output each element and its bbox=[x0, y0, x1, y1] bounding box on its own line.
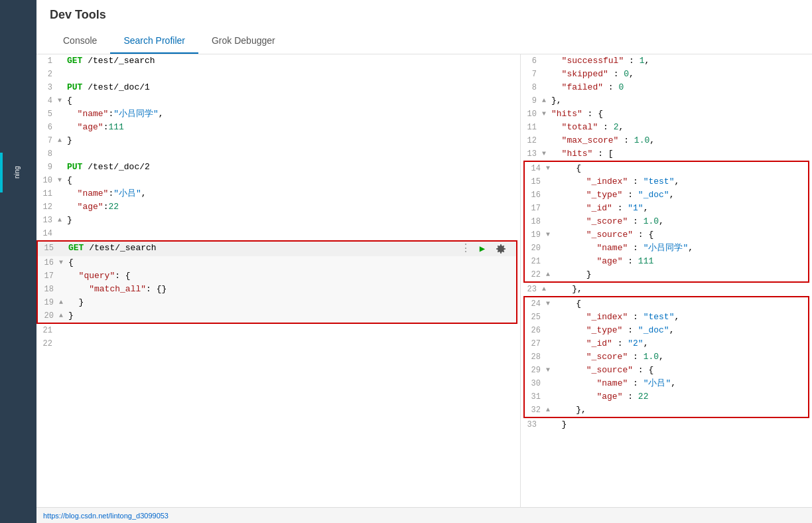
right-line-7: 7 "skipped" : 0, bbox=[521, 68, 812, 81]
right-line-27: 27 "_id" : "2", bbox=[525, 337, 808, 350]
line-num-2: 2 bbox=[39, 68, 58, 81]
right-content-16: "_type" : "_doc", bbox=[555, 188, 805, 202]
right-num-29: 29 bbox=[527, 364, 546, 377]
code-line-4: 4 ▼ { bbox=[36, 94, 520, 108]
line-content-8 bbox=[67, 147, 517, 161]
line-num-13: 13 bbox=[39, 214, 58, 227]
code-line-8: 8 bbox=[36, 147, 520, 161]
code-line-18: 18 "match_all": {} bbox=[38, 283, 516, 296]
right-num-27: 27 bbox=[527, 337, 546, 350]
right-content-13: "hits" : [ bbox=[551, 147, 809, 161]
right-content-10: "hits" : { bbox=[551, 108, 809, 121]
line-num-1: 1 bbox=[39, 54, 58, 68]
dev-tools-header: Dev Tools Console Search Profiler Grok D… bbox=[36, 0, 812, 54]
line-num-7: 7 bbox=[39, 134, 58, 147]
sidebar: ning bbox=[0, 0, 36, 523]
code-line-21: 21 bbox=[36, 324, 520, 337]
line-num-10: 10 bbox=[39, 174, 58, 187]
tab-grok-debugger[interactable]: Grok Debugger bbox=[198, 30, 289, 54]
right-line-16: 16 "_type" : "_doc", bbox=[525, 188, 808, 202]
right-content-7: "skipped" : 0, bbox=[551, 68, 809, 81]
code-line-11: 11 "name":"小吕", bbox=[36, 187, 520, 200]
bottom-bar: https://blog.csdn.net/lintong_d3099053 bbox=[36, 507, 812, 523]
right-content-28: "_score" : 1.0, bbox=[555, 350, 805, 364]
code-line-19: 19 ▲ } bbox=[38, 296, 516, 309]
line-num-4: 4 bbox=[39, 94, 58, 108]
tab-console[interactable]: Console bbox=[50, 30, 110, 54]
right-line-31: 31 "age" : 22 bbox=[525, 390, 808, 404]
right-line-8: 8 "failed" : 0 bbox=[521, 81, 812, 94]
right-arrow-13: ▼ bbox=[542, 147, 551, 161]
right-line-21: 21 "age" : 111 bbox=[525, 255, 808, 268]
right-content-26: "_type" : "_doc", bbox=[555, 324, 805, 337]
line-actions-15: ⋮ ▶ bbox=[460, 242, 513, 256]
right-num-24: 24 bbox=[527, 297, 546, 311]
right-content-27: "_id" : "2", bbox=[555, 337, 805, 350]
right-num-22: 22 bbox=[527, 268, 546, 281]
right-num-32: 32 bbox=[527, 404, 546, 417]
line-content-4: { bbox=[67, 94, 517, 108]
code-line-12: 12 "age":22 bbox=[36, 200, 520, 214]
code-line-1: 1 GET /test/_search bbox=[36, 54, 520, 68]
code-line-22: 22 bbox=[36, 337, 520, 350]
line-content-5: "name":"小吕同学", bbox=[67, 108, 517, 121]
right-arrow-32: ▲ bbox=[546, 404, 555, 417]
right-line-19: 19 ▼ "_source" : { bbox=[525, 228, 808, 242]
right-num-21: 21 bbox=[527, 255, 546, 268]
right-panel[interactable]: 6 "successful" : 1, 7 "skipped" : 0, 8 "… bbox=[521, 54, 812, 511]
right-content-21: "age" : 111 bbox=[555, 255, 805, 268]
right-num-10: 10 bbox=[523, 108, 542, 121]
right-arrow-24: ▼ bbox=[546, 297, 555, 311]
right-num-13: 13 bbox=[523, 147, 542, 161]
editor-area: 1 GET /test/_search 2 3 PUT /test/_doc/1… bbox=[36, 54, 812, 511]
right-line-25: 25 "_index" : "test", bbox=[525, 311, 808, 324]
right-line-6: 6 "successful" : 1, bbox=[521, 54, 812, 68]
right-line-14: 14 ▼ { bbox=[525, 162, 808, 175]
line-content-3: PUT /test/_doc/1 bbox=[67, 81, 517, 94]
right-content-15: "_index" : "test", bbox=[555, 175, 805, 188]
code-line-20: 20 ▲ } bbox=[38, 309, 516, 323]
code-line-3: 3 PUT /test/_doc/1 bbox=[36, 81, 520, 94]
right-line-20: 20 "name" : "小吕同学", bbox=[525, 242, 808, 255]
right-line-12: 12 "max_score" : 1.0, bbox=[521, 134, 812, 147]
main-content: Dev Tools Console Search Profiler Grok D… bbox=[36, 0, 812, 523]
right-line-9: 9 ▲ }, bbox=[521, 94, 812, 108]
right-content-30: "name" : "小吕", bbox=[555, 377, 805, 390]
line-content-9: PUT /test/_doc/2 bbox=[67, 161, 517, 174]
right-arrow-23: ▲ bbox=[542, 283, 551, 296]
bottom-url-link[interactable]: https://blog.csdn.net/lintong_d3099053 bbox=[43, 512, 169, 520]
line-content-20: } bbox=[68, 309, 513, 323]
code-line-15: 15 GET /test/_search ⋮ ▶ bbox=[38, 242, 516, 256]
left-panel[interactable]: 1 GET /test/_search 2 3 PUT /test/_doc/1… bbox=[36, 54, 521, 511]
right-num-14: 14 bbox=[527, 162, 546, 175]
line-num-15: 15 bbox=[40, 242, 59, 255]
code-line-16: 16 ▼ { bbox=[38, 256, 516, 269]
run-button[interactable]: ▶ bbox=[475, 242, 490, 256]
line-content-6: "age":111 bbox=[67, 121, 517, 134]
code-line-5: 5 "name":"小吕同学", bbox=[36, 108, 520, 121]
line-content-14 bbox=[67, 227, 517, 240]
right-line-26: 26 "_type" : "_doc", bbox=[525, 324, 808, 337]
right-line-28: 28 "_score" : 1.0, bbox=[525, 350, 808, 364]
line-content-2 bbox=[67, 68, 517, 81]
right-selected-block-1: 14 ▼ { 15 "_index" : "test", 16 "_type" … bbox=[523, 161, 809, 283]
right-content-14: { bbox=[555, 162, 805, 175]
right-num-9: 9 bbox=[523, 94, 542, 108]
more-options-btn[interactable]: ⋮ bbox=[460, 242, 471, 256]
line-num-11: 11 bbox=[39, 187, 58, 200]
line-arrow-10: ▼ bbox=[58, 174, 67, 187]
right-content-8: "failed" : 0 bbox=[551, 81, 809, 94]
right-line-33: 33 } bbox=[521, 418, 812, 431]
right-num-33: 33 bbox=[523, 418, 542, 431]
line-num-18: 18 bbox=[40, 283, 59, 296]
line-num-16: 16 bbox=[40, 256, 59, 269]
right-content-11: "total" : 2, bbox=[551, 121, 809, 134]
line-content-10: { bbox=[67, 174, 517, 187]
right-num-17: 17 bbox=[527, 202, 546, 215]
line-num-3: 3 bbox=[39, 81, 58, 94]
tab-search-profiler[interactable]: Search Profiler bbox=[110, 30, 198, 54]
settings-button[interactable] bbox=[494, 242, 508, 256]
right-content-24: { bbox=[555, 297, 805, 311]
right-content-12: "max_score" : 1.0, bbox=[551, 134, 809, 147]
right-content-22: } bbox=[555, 268, 805, 281]
